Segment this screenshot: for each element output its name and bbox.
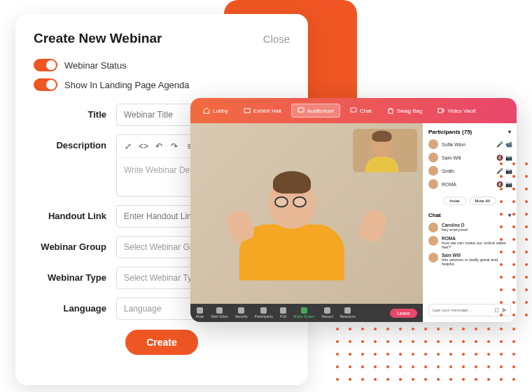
video-stage: Mute Start Video Security Participants P… — [190, 123, 423, 322]
decorative-dots — [336, 328, 518, 388]
toggle-label: Show In Landing Page Agenda — [64, 80, 190, 90]
field-label: Description — [34, 134, 116, 150]
landing-agenda-toggle[interactable] — [34, 78, 57, 91]
share-screen-button[interactable]: Share Screen — [293, 307, 315, 318]
attach-icon[interactable] — [494, 307, 499, 314]
nav-chat[interactable]: Chat — [344, 104, 377, 117]
video-button[interactable]: Start Video — [211, 307, 228, 318]
avatar — [428, 166, 438, 176]
participant-name: Sofia Wion — [442, 142, 493, 147]
participant-row[interactable]: ROMA 🔇 📷 — [428, 179, 511, 189]
svg-rect-0 — [244, 108, 250, 113]
chat-message: ROMAhow we can make our online sales fas… — [428, 236, 511, 249]
chat-text: this session is really great and helpful… — [442, 258, 498, 266]
reactions-button[interactable]: Reactions — [340, 307, 356, 318]
mic-icon: 🎤 — [496, 141, 502, 147]
top-nav: Lobby Exhibit Hall Auditorium Chat Swag … — [190, 98, 517, 123]
participant-name: Sam Will — [442, 155, 493, 160]
avatar — [428, 223, 438, 232]
security-button[interactable]: Security — [235, 307, 248, 318]
chat-icon — [350, 107, 357, 114]
pip-video[interactable] — [353, 129, 417, 172]
participant-row[interactable]: Smith 🎤 📷 — [428, 166, 511, 176]
mute-all-button[interactable]: Mute All — [469, 197, 496, 205]
booth-icon — [244, 107, 251, 114]
toggle-label: Webinar Status — [64, 60, 127, 71]
avatar — [428, 153, 438, 162]
mute-button[interactable]: Mute — [196, 307, 204, 318]
create-button[interactable]: Create — [125, 330, 198, 355]
svg-rect-1 — [298, 108, 304, 112]
screen-icon — [298, 107, 304, 114]
poll-button[interactable]: Poll — [280, 307, 286, 318]
svg-rect-3 — [438, 108, 442, 113]
invite-button[interactable]: Invite — [443, 197, 465, 205]
home-icon — [203, 107, 210, 114]
svg-rect-2 — [351, 108, 356, 112]
nav-swag[interactable]: Swag Bag — [382, 104, 428, 117]
leave-button[interactable]: Leave — [390, 309, 417, 318]
chevron-down-icon[interactable]: ▾ — [508, 129, 511, 135]
redo-icon[interactable]: ↷ — [169, 141, 180, 152]
webinar-status-toggle[interactable] — [34, 59, 57, 71]
field-label: Handout Link — [34, 205, 116, 221]
expand-icon[interactable]: ⤢ — [122, 141, 134, 152]
camera-icon: 📹 — [505, 141, 511, 147]
close-button[interactable]: Close — [263, 33, 290, 45]
camera-icon: 📷 — [505, 155, 511, 160]
nav-exhibit[interactable]: Exhibit Hall — [238, 104, 287, 117]
participant-row[interactable]: Sofia Wion 🎤 📹 — [428, 139, 511, 149]
mic-icon: 🔇 — [496, 155, 502, 160]
participant-row[interactable]: Sam Will 🔇 📷 — [428, 153, 511, 162]
chat-message: Sam Willthis session is really great and… — [428, 253, 511, 266]
avatar — [428, 236, 438, 246]
nav-auditorium[interactable]: Auditorium — [291, 104, 340, 118]
avatar — [428, 139, 438, 149]
participant-name: ROMA — [442, 182, 493, 187]
nav-video-vault[interactable]: Video Vault — [432, 104, 481, 117]
avatar — [428, 253, 438, 262]
chat-text: hey everyone! — [442, 227, 468, 232]
video-controls: Mute Start Video Security Participants P… — [190, 304, 423, 322]
avatar — [428, 179, 438, 189]
field-label: Title — [34, 104, 116, 120]
webinar-window: Lobby Exhibit Hall Auditorium Chat Swag … — [190, 98, 517, 322]
modal-title: Create New Webinar — [34, 31, 162, 46]
participant-name: Smith — [442, 169, 493, 174]
svg-rect-4 — [495, 308, 498, 312]
participants-button[interactable]: Participants — [255, 307, 273, 318]
chat-title: Chat — [428, 212, 441, 218]
video-icon — [438, 107, 444, 114]
bag-icon — [387, 107, 394, 114]
undo-icon[interactable]: ↶ — [153, 141, 164, 152]
chat-message: Caroline Dhey everyone! — [428, 223, 511, 232]
participants-title: Participants (75) — [428, 129, 472, 135]
nav-lobby[interactable]: Lobby — [197, 104, 234, 117]
code-icon[interactable]: <> — [138, 141, 149, 152]
chat-name: Caroline D — [442, 223, 468, 227]
decorative-dots — [500, 162, 531, 316]
chat-input[interactable] — [433, 308, 491, 312]
record-button[interactable]: Record — [322, 307, 333, 318]
field-label: Webinar Group — [34, 236, 116, 252]
chat-input-row — [428, 304, 511, 316]
chat-text: how we can make our online sales fast? — [442, 241, 506, 249]
field-label: Language — [34, 298, 116, 314]
field-label: Webinar Type — [34, 267, 116, 283]
